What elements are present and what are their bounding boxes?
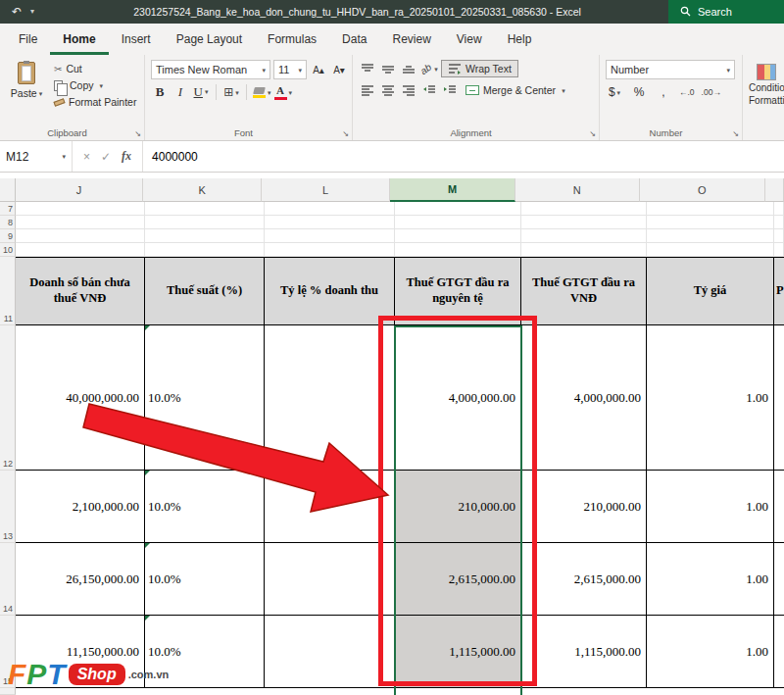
cell-O12[interactable]: 1.00 [647, 325, 774, 471]
row-header-15[interactable]: 15 [0, 616, 16, 688]
align-bottom-button[interactable] [400, 60, 417, 77]
cell-M9[interactable] [395, 229, 521, 243]
cell-J8[interactable] [16, 216, 145, 229]
cell-K11[interactable]: Thuế suất (%) [145, 257, 265, 325]
cell-N15[interactable]: 1,115,000.00 [521, 616, 647, 688]
tab-data[interactable]: Data [329, 24, 379, 55]
cell-M11[interactable]: Thuế GTGT đầu ra nguyên tệ [395, 257, 521, 325]
cell-O13[interactable]: 1.00 [647, 471, 774, 543]
column-header-M[interactable]: M [390, 178, 515, 202]
cell-M15[interactable]: 1,115,000.00 [395, 616, 521, 688]
cell-J13[interactable]: 2,100,000.00 [16, 471, 145, 543]
tab-home[interactable]: Home [50, 24, 108, 55]
cell-K14[interactable]: 10.0% [145, 543, 265, 616]
cell-P14[interactable] [774, 543, 784, 616]
cell-O7[interactable] [647, 202, 774, 216]
bold-button[interactable]: B [151, 83, 169, 101]
accounting-format-button[interactable]: $▾ [606, 83, 623, 101]
percent-style-button[interactable]: % [630, 83, 648, 101]
cell-N12[interactable]: 4,000,000.00 [521, 325, 647, 471]
tab-review[interactable]: Review [379, 24, 443, 55]
row-header-12[interactable]: 12 [0, 325, 16, 471]
align-left-button[interactable] [359, 81, 376, 99]
cell-O9[interactable] [647, 229, 774, 243]
comma-style-button[interactable]: , [655, 83, 672, 101]
cell-K7[interactable] [145, 202, 265, 216]
cell-N7[interactable] [521, 202, 647, 216]
enter-icon[interactable]: ✓ [101, 150, 111, 164]
align-middle-button[interactable] [379, 60, 397, 77]
name-box[interactable]: M12▾ [0, 141, 73, 172]
wrap-text-button[interactable]: Wrap Text [441, 60, 518, 77]
cell-M8[interactable] [395, 216, 521, 229]
column-header-O[interactable]: O [640, 178, 766, 202]
font-dialog-launcher-icon[interactable]: ↘ [342, 130, 349, 138]
cell-M10[interactable] [395, 243, 521, 257]
row-header-8[interactable]: 8 [0, 216, 16, 229]
cell-P13[interactable] [774, 471, 784, 543]
cell-K9[interactable] [145, 229, 265, 243]
alignment-dialog-launcher-icon[interactable]: ↘ [589, 130, 596, 138]
select-all-corner[interactable] [0, 178, 16, 202]
cell-L15[interactable] [265, 616, 395, 688]
copy-button[interactable]: Copy▾ [51, 78, 139, 92]
align-center-button[interactable] [379, 81, 397, 99]
tab-formulas[interactable]: Formulas [255, 24, 329, 55]
cell-O11[interactable]: Tỷ giá [647, 257, 774, 325]
cell-O10[interactable] [647, 243, 774, 257]
cell-L10[interactable] [265, 243, 395, 257]
cell-L14[interactable] [265, 543, 395, 616]
cell-P11[interactable]: P [774, 257, 784, 325]
cell-N9[interactable] [521, 229, 647, 243]
cell-P9[interactable] [774, 229, 784, 243]
cell-P12[interactable] [774, 325, 784, 471]
cell-J9[interactable] [16, 229, 145, 243]
cell-K15[interactable]: 10.0% [145, 616, 265, 688]
column-header-N[interactable]: N [515, 178, 640, 202]
cell-O8[interactable] [647, 216, 774, 229]
tab-file[interactable]: File [6, 24, 50, 55]
orientation-button[interactable]: ab▾ [420, 60, 438, 77]
tab-help[interactable]: Help [495, 24, 545, 55]
cell-K13[interactable]: 10.0% [145, 471, 265, 543]
fill-color-button[interactable]: ▾ [253, 83, 271, 101]
tab-page-layout[interactable]: Page Layout [164, 24, 255, 55]
font-color-button[interactable]: A▾ [274, 83, 293, 101]
formula-input[interactable]: 4000000 [143, 141, 784, 172]
number-format-select[interactable]: Number▾ [606, 60, 735, 79]
cell-O14[interactable]: 1.00 [647, 543, 774, 616]
font-name-select[interactable]: Times New Roman▾ [151, 60, 270, 79]
cell-J11[interactable]: Doanh số bán chưa thuế VNĐ [16, 257, 145, 325]
cell-P7[interactable] [774, 202, 784, 216]
format-painter-button[interactable]: Format Painter [51, 95, 139, 109]
cell-L7[interactable] [265, 202, 395, 216]
borders-button[interactable]: ⊞▾ [222, 83, 240, 101]
quick-access-caret-icon[interactable]: ▾ [30, 8, 34, 16]
conditional-formatting-button[interactable]: Conditional Formatting [749, 60, 784, 106]
cell-J14[interactable]: 26,150,000.00 [16, 543, 145, 616]
increase-font-size-button[interactable]: A▴ [310, 61, 327, 78]
align-top-button[interactable] [359, 60, 376, 77]
undo-icon[interactable]: ↶ [12, 6, 22, 18]
number-dialog-launcher-icon[interactable]: ↘ [732, 130, 739, 138]
italic-button[interactable]: I [172, 83, 189, 101]
cell-L12[interactable] [265, 325, 395, 471]
cell-N11[interactable]: Thuế GTGT đầu ra VNĐ [521, 257, 647, 325]
cancel-icon[interactable]: × [83, 150, 90, 164]
insert-function-icon[interactable]: fx [122, 149, 131, 164]
cell-P8[interactable] [774, 216, 784, 229]
cell-P10[interactable] [774, 243, 784, 257]
row-header-11[interactable]: 11 [0, 257, 16, 325]
search-box[interactable]: Search [668, 0, 784, 24]
row-header-16[interactable] [0, 688, 16, 695]
cell-M7[interactable] [395, 202, 521, 216]
cell-N8[interactable] [521, 216, 647, 229]
cell-P15[interactable] [774, 616, 784, 688]
row-header-9[interactable]: 9 [0, 229, 16, 243]
row-header-14[interactable]: 14 [0, 543, 16, 616]
decrease-decimal-icon[interactable]: .00→ [702, 87, 721, 97]
cell-J12[interactable]: 40,000,000.00 [16, 325, 145, 471]
column-header-J[interactable]: J [16, 178, 144, 202]
cut-button[interactable]: ✂Cut [51, 62, 139, 75]
cell-K8[interactable] [145, 216, 265, 229]
